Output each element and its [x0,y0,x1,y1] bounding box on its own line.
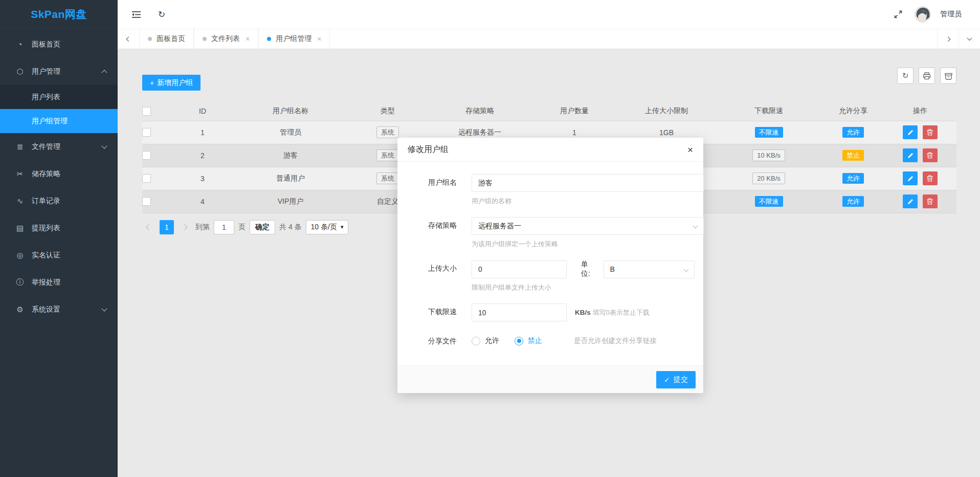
row-checkbox[interactable] [142,197,151,206]
table-print-button[interactable] [919,68,935,84]
tab-close-icon[interactable]: × [246,35,250,43]
column-header-share: 允许分享 [822,101,884,121]
download-limit-label: 下载限速 [428,303,461,317]
caret-down-icon: ▾ [341,224,344,230]
sidebar-item-label: 用户列表 [32,93,60,102]
modal-close-icon[interactable]: × [687,145,693,155]
page-unit-label: 页 [238,223,246,232]
add-user-group-button[interactable]: + 新增用户组 [142,75,201,91]
download-limit-suffix: KB/s填写0表示禁止下载 [575,308,650,317]
table-toolbar: ↻ [897,68,956,84]
edit-user-group-modal: 修改用户组 × 用户组名 用户组的名称 存储策略 [397,138,703,393]
refresh-icon: ↻ [902,71,909,80]
cell-id: 2 [171,144,234,167]
next-page-button[interactable] [178,220,191,234]
share-allow-label[interactable]: 允许 [485,336,499,345]
edit-row-button[interactable] [903,148,918,162]
upload-size-input[interactable] [472,261,567,278]
share-deny-radio[interactable] [515,337,523,345]
column-header-storage: 存储策略 [429,101,531,121]
trash-icon [927,152,933,159]
group-name-field: 用户组名 用户组的名称 [408,174,693,206]
edit-row-button[interactable] [903,125,918,139]
row-checkbox[interactable] [142,174,151,183]
sidebar-item-storage-policy[interactable]: ✂ 储存策略 [0,160,118,187]
upload-size-help: 限制用户组单文件上传大小 [472,283,695,292]
tab-file-list[interactable]: 文件列表 × [194,29,258,49]
submit-button[interactable]: ✓ 提交 [656,371,696,388]
prev-page-button[interactable] [142,220,155,234]
modal-footer: ✓ 提交 [397,365,703,393]
trash-icon [927,129,933,136]
tab-dashboard[interactable]: 面板首页 [139,29,194,49]
app-logo: SkPan网盘 [0,0,118,29]
tab-dot-icon [203,37,207,41]
sidebar-item-user-list[interactable]: 用户列表 [0,85,118,109]
tabs-scroll-left-button[interactable] [118,29,139,49]
avatar[interactable] [915,6,931,23]
cell-name: 游客 [234,144,347,167]
orders-icon: ∿ [15,197,25,206]
refresh-page-icon[interactable]: ↻ [154,7,169,21]
download-badge: 不限速 [755,127,783,138]
collapse-sidebar-icon[interactable] [129,7,143,21]
type-badge: 系统 [376,126,399,139]
pencil-icon [907,176,914,182]
column-header-type: 类型 [347,101,429,121]
group-name-input[interactable] [472,174,704,192]
share-allow-radio[interactable] [472,337,480,345]
sidebar-item-user-management[interactable]: ⬡ 用户管理 [0,58,118,85]
sidebar-item-report-handling[interactable]: ⓘ 举报处理 [0,269,118,296]
tabs-scroll-right-button[interactable] [937,29,959,49]
topbar: ↻ 管理员 [118,0,980,29]
storage-policy-select[interactable]: 远程服务器一 [472,217,704,235]
submit-label: 提交 [674,375,688,384]
delete-row-button[interactable] [923,148,938,162]
report-icon: ⓘ [15,277,25,287]
sidebar-item-dashboard[interactable]: ◔ 面板首页 [0,31,118,58]
sidebar-item-label: 文件管理 [32,142,102,151]
sidebar-item-withdraw-list[interactable]: ▤ 提现列表 [0,214,118,242]
table-export-button[interactable] [940,68,956,84]
sidebar: SkPan网盘 ◔ 面板首页 ⬡ 用户管理 用户列表 用户组管理 ≣ [0,0,118,477]
delete-row-button[interactable] [923,125,938,139]
unit-label: 单位: [581,260,596,278]
page-number-button[interactable]: 1 [160,220,174,234]
column-header-name: 用户组名称 [234,101,347,121]
sidebar-item-user-group-management[interactable]: 用户组管理 [0,109,118,133]
sidebar-item-label: 储存策略 [32,169,106,179]
settings-icon: ⚙ [15,305,25,314]
cell-name: 管理员 [234,121,347,144]
tab-close-icon[interactable]: × [317,35,321,43]
sidebar-item-order-records[interactable]: ∿ 订单记录 [0,187,118,214]
row-checkbox[interactable] [142,151,151,160]
column-header-id: ID [171,101,234,121]
storage-policy-field: 存储策略 远程服务器一 为该用户组绑定一个上传策略 [408,217,693,249]
delete-row-button[interactable] [923,194,938,208]
sidebar-item-file-management[interactable]: ≣ 文件管理 [0,133,118,160]
sidebar-item-label: 实名认证 [32,251,106,260]
edit-row-button[interactable] [903,171,918,185]
username[interactable]: 管理员 [940,10,962,19]
goto-page-input[interactable] [214,220,234,234]
modal-body: 用户组名 用户组的名称 存储策略 远程服务器一 [397,162,703,365]
sidebar-item-system-settings[interactable]: ⚙ 系统设置 [0,296,118,323]
tabs-menu-button[interactable] [959,29,980,49]
delete-row-button[interactable] [923,171,938,185]
user-group-icon: ⬡ [15,67,25,76]
unit-select[interactable]: B [604,261,695,278]
row-checkbox[interactable] [142,128,151,137]
download-limit-input[interactable] [472,303,567,321]
per-page-select[interactable]: 10 条/页 ▾ [306,220,349,234]
goto-confirm-button[interactable]: 确定 [250,220,275,234]
upload-size-field: 上传大小 单位: B 限制用户组单文件上传大小 [408,260,693,292]
tab-user-group-management[interactable]: 用户组管理 × [258,29,330,49]
per-page-value: 10 条/页 [311,223,337,232]
select-all-checkbox[interactable] [142,107,151,116]
fullscreen-icon[interactable] [891,7,905,21]
table-refresh-button[interactable]: ↻ [897,68,914,84]
share-badge: 允许 [842,196,864,207]
share-deny-label[interactable]: 禁止 [528,336,542,345]
sidebar-item-identity-verify[interactable]: ◎ 实名认证 [0,242,118,269]
edit-row-button[interactable] [903,194,918,208]
